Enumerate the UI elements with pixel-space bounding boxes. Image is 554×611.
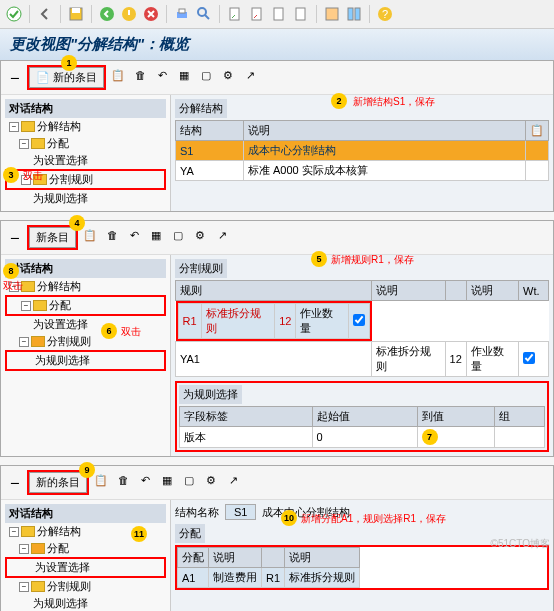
main-toolbar: ? [0,0,554,29]
export-icon[interactable]: ↗ [240,65,260,85]
group-label: 分割规则 [175,259,227,278]
new-entry-button[interactable]: 新条目 [29,227,76,248]
export-icon[interactable]: ↗ [223,470,243,490]
tree-node-rulesel[interactable]: 为规则选择 [5,350,166,371]
svg-rect-11 [274,8,283,20]
tree-header: 对话结构 [5,504,166,523]
copy-icon[interactable]: 📋 [108,65,128,85]
col-desc[interactable]: 说明 [372,281,446,301]
wt-checkbox[interactable] [353,314,365,326]
tree-3: 对话结构 −分解结构 −分配 为设置选择 11 −分割规则 为规则选择 [1,500,171,611]
delete-icon[interactable]: 🗑 [130,65,150,85]
doc3-icon[interactable] [269,4,289,24]
save-icon[interactable] [66,4,86,24]
help-icon[interactable]: ? [375,4,395,24]
config-icon[interactable]: ⚙ [218,65,238,85]
tree-node-splitrule[interactable]: −分割规则 [5,333,166,350]
undo-icon[interactable]: ↶ [152,65,172,85]
svg-rect-12 [296,8,305,20]
layout2-icon[interactable] [344,4,364,24]
doc-icon: 📄 [36,71,50,84]
col-field[interactable]: 字段标签 [180,407,313,427]
deselect-icon[interactable]: ▢ [168,225,188,245]
table-row[interactable]: 版本07 [180,427,545,448]
sub-toolbar-1: ⚊ 📄新的条目 1 📋 🗑 ↶ ▦ ▢ ⚙ ↗ [1,61,553,95]
tree-2: 对话结构 −分解结构 −分配 8 双击 为设置选择 −分割规则 为规则选择 6 … [1,255,171,456]
svg-rect-14 [348,8,353,20]
delete-icon[interactable]: 🗑 [102,225,122,245]
col-action[interactable]: 📋 [526,121,549,141]
col-c3[interactable] [262,548,285,568]
tree-node-alloc[interactable]: −分配 [5,295,166,316]
marker-7: 7 [422,429,438,445]
marker-3: 3 [3,167,19,183]
col-struct[interactable]: 结构 [176,121,244,141]
tree-node-root[interactable]: −分解结构 [5,278,166,295]
undo-icon[interactable]: ↶ [135,470,155,490]
marker-1: 1 [61,55,77,71]
group-label: 分解结构 [175,99,227,118]
col-wt[interactable]: Wt. [519,281,549,301]
doc1-icon[interactable] [225,4,245,24]
select-icon[interactable]: ▦ [174,65,194,85]
doc4-icon[interactable] [291,4,311,24]
tree-node-root[interactable]: −分解结构 [5,118,166,135]
table-row[interactable]: A1制造费用R1标准拆分规则 [178,568,360,588]
expand-icon[interactable]: ⚊ [5,65,25,85]
deselect-icon[interactable]: ▢ [196,65,216,85]
expand-icon[interactable]: ⚊ [5,470,25,490]
deselect-icon[interactable]: ▢ [179,470,199,490]
tree-node-rulesel[interactable]: 为规则选择 [5,595,166,611]
col-desc[interactable]: 说明 [243,121,525,141]
print-icon[interactable] [172,4,192,24]
back-icon[interactable] [35,4,55,24]
wt-checkbox[interactable] [523,352,535,364]
watermark: ©51CTO博客 [491,537,550,551]
table-row[interactable]: S1成本中心分割结构 [176,141,549,161]
tree-node-setting[interactable]: 为设置选择 [5,557,166,578]
tree-node-setting[interactable]: 为设置选择 [5,152,166,169]
col-rule[interactable]: 规则 [176,281,372,301]
table-row[interactable]: YA1标准拆分规则12作业数量 [176,342,549,377]
marker-2: 2 [331,93,347,109]
table-row[interactable]: R1标准拆分规则12作业数量 [176,301,372,341]
col-grp[interactable]: 组 [495,407,545,427]
config-icon[interactable]: ⚙ [201,470,221,490]
delete-icon[interactable]: 🗑 [113,470,133,490]
marker-8: 8 [3,263,19,279]
check-icon[interactable] [4,4,24,24]
config-icon[interactable]: ⚙ [190,225,210,245]
col-alloc[interactable]: 分配 [178,548,209,568]
struct-name-label: 结构名称 [175,505,219,520]
tree-node-alloc[interactable]: −分配 [5,135,166,152]
cancel-icon[interactable] [141,4,161,24]
col-desc2[interactable]: 说明 [285,548,360,568]
tree-node-alloc[interactable]: −分配 [5,540,166,557]
new-entry-button[interactable]: 新的条目 [29,472,87,493]
marker-6: 6 [101,323,117,339]
select-icon[interactable]: ▦ [157,470,177,490]
tree-node-splitrule[interactable]: −分割规则 [5,578,166,595]
col-from[interactable]: 起始值 [312,407,417,427]
col-desc[interactable]: 说明 [209,548,262,568]
expand-icon[interactable]: ⚊ [5,225,25,245]
svg-point-0 [7,7,21,21]
exit-icon[interactable] [119,4,139,24]
tree-node-rulesel[interactable]: 为规则选择 [5,190,166,207]
tree-header: 对话结构 [5,99,166,118]
rulesel-table: 字段标签起始值到值组 版本07 [179,406,545,448]
col-c3[interactable] [445,281,466,301]
tree-node-setting[interactable]: 为设置选择 [5,316,166,333]
col-desc2[interactable]: 说明 [466,281,518,301]
right-pane-2: 分割规则 5 新增规则R1，保存 规则说明说明Wt. R1标准拆分规则12作业数… [171,255,553,456]
col-to[interactable]: 到值 [417,407,495,427]
undo-icon[interactable]: ↶ [124,225,144,245]
table-row[interactable]: YA标准 A000 实际成本核算 [176,161,549,181]
find-icon[interactable] [194,4,214,24]
export-icon[interactable]: ↗ [212,225,232,245]
doc2-icon[interactable] [247,4,267,24]
group-label: 分配 [175,524,205,543]
select-icon[interactable]: ▦ [146,225,166,245]
layout1-icon[interactable] [322,4,342,24]
back-green-icon[interactable] [97,4,117,24]
